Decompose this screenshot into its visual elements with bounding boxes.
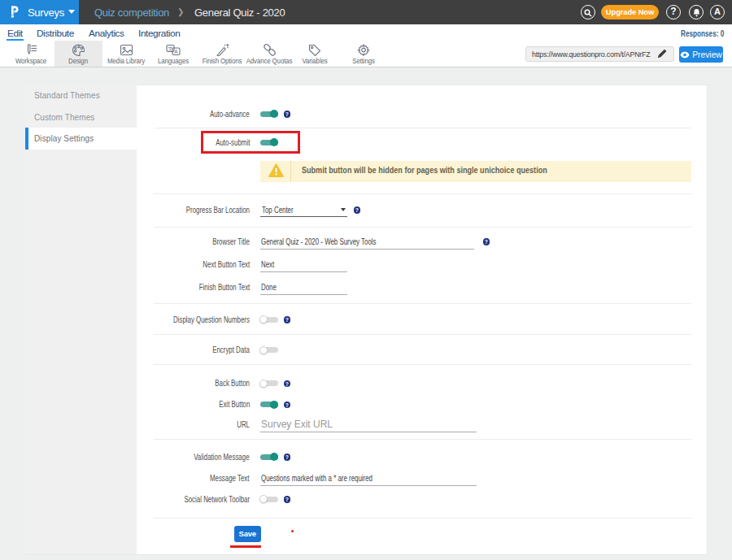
svg-text:文: 文 [168,46,173,51]
svg-text:A: A [174,49,178,54]
